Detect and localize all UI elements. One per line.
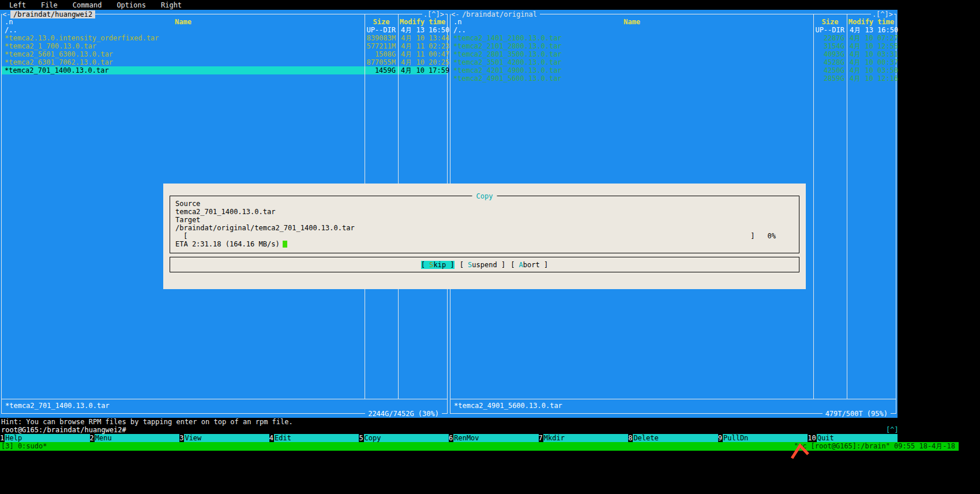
file-mtime: 4月 13 16:50 <box>847 26 898 34</box>
fkey-label: Copy <box>364 434 449 442</box>
file-size: 1508G <box>365 50 398 58</box>
menu-file[interactable]: File <box>41 1 58 9</box>
button-hotkey: A <box>519 261 523 269</box>
file-name: *temca2_2801_3500.13.0.tar <box>450 50 813 58</box>
dialog-title: Copy <box>472 192 497 200</box>
file-size: 2287G <box>813 34 847 42</box>
fkey-number: 1 <box>0 434 5 442</box>
fkey-label: RenMov <box>453 434 538 442</box>
button-text: uspend ] <box>472 261 505 269</box>
file-row[interactable]: *temca2_5601_6300.13.0.tar 1508G 4月 11 0… <box>2 50 447 58</box>
fkey-renmov[interactable]: 6RenMov <box>449 434 539 442</box>
file-row[interactable]: *temca2_6301_7062.13.0.tar 877055M 4月 10… <box>2 58 447 66</box>
fkey-edit[interactable]: 4Edit <box>269 434 359 442</box>
progress-percent: 0% <box>767 232 775 240</box>
file-mtime: 4月 10 03:50 <box>847 66 898 74</box>
tmux-session-info: "mc [root@G165]:/brain" 09:55 18-4月-18 <box>794 442 955 451</box>
fkey-mkdir[interactable]: 7Mkdir <box>539 434 629 442</box>
left-disk-usage: 2244G/7452G (30%) <box>365 410 442 418</box>
file-size: UP--DIR <box>365 26 398 34</box>
fkey-delete[interactable]: 8Delete <box>628 434 718 442</box>
mtime-column-header[interactable]: Modify time <box>398 18 447 26</box>
size-column-header[interactable]: Size <box>813 18 847 26</box>
file-size: 1459G <box>365 66 398 74</box>
file-mtime: 4月 10 07:27 <box>847 34 898 42</box>
file-mtime: 4月 10 13:44 <box>398 34 449 42</box>
dialog-button-row: [ Skip ] [ Suspend ] [ Abort ] <box>170 257 799 272</box>
skip-button[interactable]: [ Skip ] <box>421 261 455 269</box>
fkey-number: 3 <box>179 434 184 442</box>
left-panel-path[interactable]: /braindat/huangwei2 <box>10 10 95 18</box>
menu-left[interactable]: Left <box>9 1 26 9</box>
tmux-window-list: [3] 0:sudo* <box>1 442 47 451</box>
file-mtime: 4月 10 17:59 <box>398 66 449 74</box>
column-separator <box>847 14 847 399</box>
file-row[interactable]: *temca2_1401_2100.13.0.tar 2287G 4月 10 0… <box>450 34 896 42</box>
left-file-list: /.. UP--DIR 4月 13 16:50 *temca2.13.0.int… <box>2 26 447 74</box>
left-panel-corner-hotspot[interactable]: .[^]> <box>422 10 445 18</box>
file-size: 2859G <box>813 74 847 83</box>
stray-pen-mark <box>789 443 813 461</box>
eta-text: ETA 2:31.18 (164.16 MB/s) <box>175 240 280 248</box>
file-size: 4528G <box>813 58 847 66</box>
fkey-quit[interactable]: 10Quit <box>808 434 898 442</box>
file-row-selected[interactable]: *temca2_701_1400.13.0.tar 1459G 4月 10 17… <box>2 66 447 74</box>
file-size: 4250G <box>813 66 847 74</box>
mtime-column-header[interactable]: Modify time <box>847 18 896 26</box>
sort-indicator[interactable]: .n <box>5 18 13 26</box>
menu-right[interactable]: Right <box>161 1 182 9</box>
sort-indicator[interactable]: .n <box>453 18 461 26</box>
name-column-header[interactable]: .nName <box>450 18 813 26</box>
file-row[interactable]: *temca2_1_700.13.0.tar 577211M 4月 11 02:… <box>2 42 447 50</box>
abort-button[interactable]: [ Abort ] <box>510 261 548 269</box>
fkey-number: 4 <box>269 434 274 442</box>
shell-command-line[interactable]: root@G165:/braindat/huangwei2# <box>1 426 126 434</box>
fkey-label: PullDn <box>723 434 808 442</box>
file-name: *temca2_3501_4200.13.0.tar <box>450 58 813 66</box>
button-hotkey: S <box>429 261 433 269</box>
file-row[interactable]: *temca2_2801_3500.13.0.tar 4093G 4月 10 0… <box>450 50 896 58</box>
file-name: *temca2_4201_4900.13.0.tar <box>450 66 813 74</box>
file-name: *temca2_1_700.13.0.tar <box>2 42 365 50</box>
file-size: UP--DIR <box>813 26 847 34</box>
file-mtime: 4月 10 12:55 <box>847 42 898 50</box>
file-row[interactable]: *temca2_4901_5600.13.0.tar 2859G 4月 10 1… <box>450 74 896 83</box>
fkey-label: Mkdir <box>543 434 628 442</box>
file-size: 877055M <box>365 58 398 66</box>
file-name: *temca2_1401_2100.13.0.tar <box>450 34 813 42</box>
menu-command[interactable]: Command <box>73 1 102 9</box>
right-panel-path[interactable]: /braindat/original <box>459 10 540 18</box>
file-row[interactable]: /.. UP--DIR 4月 13 16:50 <box>2 26 447 34</box>
copy-dialog: Copy Source temca2_701_1400.13.0.tar Tar… <box>163 184 806 289</box>
text-cursor <box>283 241 287 248</box>
column-separator <box>813 14 814 399</box>
file-row[interactable]: *temca2_3501_4200.13.0.tar 4528G 4月 10 0… <box>450 58 896 66</box>
menu-options[interactable]: Options <box>117 1 146 9</box>
fkey-copy[interactable]: 5Copy <box>359 434 449 442</box>
size-column-header[interactable]: Size <box>365 18 398 26</box>
fkey-pulldn[interactable]: 9PullDn <box>718 434 808 442</box>
hint-line: Hint: You can browse RPM files by tappin… <box>1 418 293 426</box>
button-text: kip ] <box>434 261 455 269</box>
name-column-header[interactable]: .nName <box>2 18 365 26</box>
left-mini-status: *temca2_701_1400.13.0.tar <box>5 402 110 410</box>
fkey-help[interactable]: 1Help <box>0 434 90 442</box>
right-file-list: /.. UP--DIR 4月 13 16:50 *temca2_1401_210… <box>450 26 896 83</box>
file-name: *temca2_701_1400.13.0.tar <box>2 66 365 74</box>
fkey-label: Delete <box>633 434 718 442</box>
panel-toggle-hotspot[interactable]: [^] <box>886 426 899 434</box>
fkey-number: 7 <box>539 434 543 442</box>
file-row[interactable]: *temca2_4201_4900.13.0.tar 4250G 4月 10 0… <box>450 66 896 74</box>
button-text: [ <box>460 261 468 269</box>
fkey-view[interactable]: 3View <box>179 434 269 442</box>
suspend-button[interactable]: [ Suspend ] <box>460 261 505 269</box>
fkey-number: 2 <box>90 434 95 442</box>
file-name: *temca2_6301_7062.13.0.tar <box>2 58 365 66</box>
file-row[interactable]: /.. UP--DIR 4月 13 16:50 <box>450 26 896 34</box>
file-row[interactable]: *temca2_2101_2800.13.0.tar 3154G 4月 10 1… <box>450 42 896 50</box>
right-panel-corner-hotspot[interactable]: .[^]> <box>871 10 894 18</box>
file-row[interactable]: *temca2.13.0.intensity_orderfixed.tar 83… <box>2 34 447 42</box>
file-size: 3154G <box>813 42 847 50</box>
target-value: /braindat/original/temca2_701_1400.13.0.… <box>175 224 794 232</box>
fkey-menu[interactable]: 2Menu <box>90 434 180 442</box>
